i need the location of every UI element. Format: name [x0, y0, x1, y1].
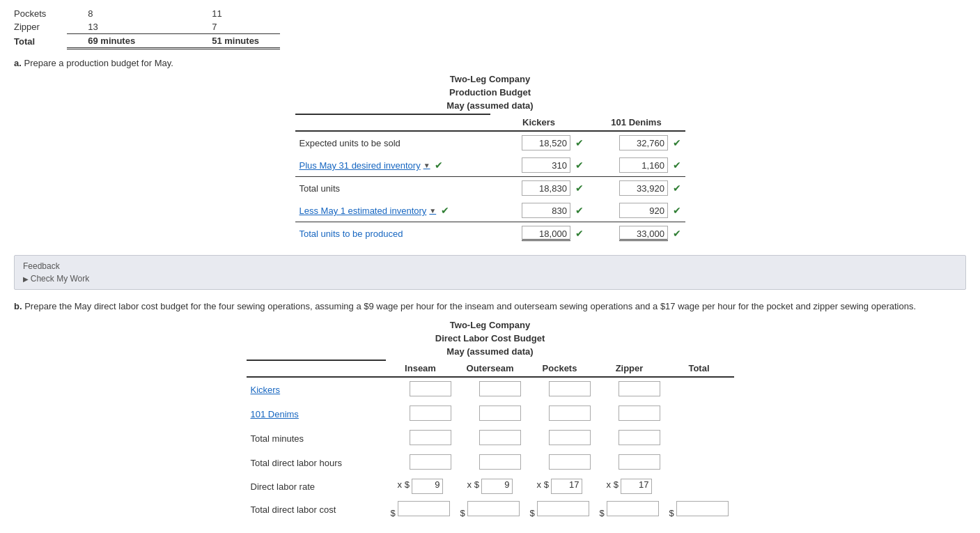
kickers-less-check: ✔: [575, 205, 584, 216]
total-col1: 69 minutes: [67, 34, 156, 49]
col-header-denims: 101 Denims: [588, 114, 685, 131]
zipper-col2: 7: [156, 20, 280, 34]
dlc-row-labor-rate: Direct labor rate x $ 9 x $ 9 x $ 17 x: [247, 475, 734, 497]
total-minutes-zipper-input[interactable]: [619, 430, 660, 445]
section-b: b. Prepare the May direct labor cost bud…: [14, 300, 966, 522]
dlc-labor-rate-pockets: x $ 17: [525, 475, 595, 497]
col-header-empty: [295, 114, 490, 131]
labor-rate-outerseam-input[interactable]: 9: [481, 479, 513, 494]
total-cost-zipper-input[interactable]: [607, 501, 659, 516]
denims-expected-check: ✔: [673, 137, 681, 148]
dlc-col-outerseam: Outerseam: [456, 360, 525, 377]
kickers-zipper-input[interactable]: [619, 381, 660, 396]
denims-produced-cell: 33,000 ✔: [588, 222, 685, 245]
dlc-col-zipper: Zipper: [595, 360, 664, 377]
dlc-total-minutes-label: Total minutes: [247, 426, 386, 451]
dlc-row-denims: 101 Denims: [247, 402, 734, 426]
denims-pockets-input[interactable]: [549, 405, 591, 421]
budget-title: Production Budget: [295, 87, 685, 98]
denims-total-cell: 33,920 ✔: [588, 177, 685, 200]
kickers-total-input[interactable]: 18,830: [522, 180, 570, 196]
total-hours-inseam-input[interactable]: [410, 454, 451, 470]
kickers-inseam-input[interactable]: [410, 381, 451, 396]
total-cost-pockets-input[interactable]: [537, 501, 589, 516]
denims-produced-input[interactable]: 33,000: [619, 226, 668, 241]
dlc-total-minutes-outerseam: [456, 426, 525, 451]
kickers-total-cell: 18,830 ✔: [490, 177, 588, 200]
total-hours-outerseam-input[interactable]: [479, 454, 521, 470]
dlc-col-empty: [247, 360, 386, 377]
kickers-produced-cell: 18,000 ✔: [490, 222, 588, 245]
kickers-expected-cell: 18,520 ✔: [490, 131, 588, 154]
dlc-total-hours-pockets: [525, 451, 595, 475]
denims-total-check: ✔: [673, 183, 681, 194]
total-cost-inseam-input[interactable]: [398, 501, 450, 516]
dropdown-arrow-1: ▼: [423, 162, 430, 169]
denims-outerseam-input[interactable]: [479, 405, 521, 421]
total-hours-zipper-input[interactable]: [619, 454, 660, 470]
row-total-produced: Total units to be produced 18,000 ✔ 33,0…: [295, 222, 685, 245]
pockets-label: Pockets: [14, 7, 67, 20]
denims-total-input[interactable]: 33,920: [619, 180, 668, 196]
denims-zipper-input[interactable]: [619, 405, 660, 421]
dlc-row-kickers: Kickers: [247, 377, 734, 402]
denims-plus-input[interactable]: 1,160: [619, 157, 668, 173]
kickers-produced-input[interactable]: 18,000: [522, 226, 570, 241]
kickers-plus-input[interactable]: 310: [522, 157, 570, 173]
labor-rate-zipper-input[interactable]: 17: [621, 479, 652, 494]
dlc-total-minutes-pockets: [525, 426, 595, 451]
dlc-kickers-total: [664, 377, 734, 402]
labor-rate-inseam-input[interactable]: 9: [412, 479, 443, 494]
section-a: a. Prepare a production budget for May. …: [14, 58, 966, 245]
kickers-plus-cell: 310 ✔: [490, 154, 588, 177]
kickers-outerseam-input[interactable]: [479, 381, 521, 396]
total-cost-outerseam-input[interactable]: [467, 501, 520, 516]
kickers-total-check: ✔: [575, 183, 584, 194]
denims-plus-check: ✔: [673, 160, 681, 171]
kickers-expected-check: ✔: [575, 137, 584, 148]
production-budget: Two-Leg Company Production Budget May (a…: [295, 74, 685, 245]
less-may1-dropdown[interactable]: Less May 1 estimated inventory ▼: [300, 206, 437, 216]
total-hours-pockets-input[interactable]: [549, 454, 591, 470]
denims-less-cell: 920 ✔: [588, 199, 685, 222]
dlc-col-total: Total: [664, 360, 734, 377]
dlc-denims-inseam: [386, 402, 456, 426]
dlc-total-cost-zipper: $: [595, 497, 664, 522]
labor-rate-pockets-input[interactable]: 17: [551, 479, 582, 494]
period-title: May (assumed data): [295, 100, 685, 111]
dlc-col-pockets: Pockets: [525, 360, 595, 377]
denims-less-input[interactable]: 920: [619, 203, 668, 218]
kickers-less-cell: 830 ✔: [490, 199, 588, 222]
total-cost-total-input[interactable]: [676, 501, 729, 516]
feedback-title: Feedback: [23, 261, 957, 271]
plus-may31-label-check: ✔: [435, 160, 443, 171]
total-col2: 51 minutes: [156, 34, 280, 49]
denims-expected-input[interactable]: 32,760: [619, 135, 668, 150]
dlc-total-hours-inseam: [386, 451, 456, 475]
plus-may31-dropdown[interactable]: Plus May 31 desired inventory ▼: [300, 160, 430, 171]
kickers-pockets-input[interactable]: [549, 381, 591, 396]
kickers-less-input[interactable]: 830: [522, 203, 570, 218]
row-label-total-units: Total units: [295, 177, 490, 200]
kickers-expected-input[interactable]: 18,520: [522, 135, 570, 150]
dlc-col-inseam: Inseam: [386, 360, 456, 377]
dlc-period-title: May (assumed data): [247, 346, 734, 357]
total-minutes-pockets-input[interactable]: [549, 430, 591, 445]
dlc-kickers-zipper: [595, 377, 664, 402]
total-minutes-inseam-input[interactable]: [410, 430, 451, 445]
section-a-label: a. Prepare a production budget for May.: [14, 58, 966, 68]
company-title: Two-Leg Company: [295, 74, 685, 84]
check-work-link[interactable]: Check My Work: [23, 274, 957, 284]
dlc-denims-zipper: [595, 402, 664, 426]
dlc-kickers-inseam: [386, 377, 456, 402]
row-plus-may31: Plus May 31 desired inventory ▼ ✔ 310 ✔ …: [295, 154, 685, 177]
total-minutes-outerseam-input[interactable]: [479, 430, 521, 445]
denims-inseam-input[interactable]: [410, 405, 451, 421]
zipper-label: Zipper: [14, 20, 67, 34]
dlc-total-hours-zipper: [595, 451, 664, 475]
denims-expected-cell: 32,760 ✔: [588, 131, 685, 154]
dlc-total-cost-inseam: $: [386, 497, 456, 522]
section-b-label: b. Prepare the May direct labor cost bud…: [14, 300, 966, 313]
row-total-units: Total units 18,830 ✔ 33,920 ✔: [295, 177, 685, 200]
denims-plus-cell: 1,160 ✔: [588, 154, 685, 177]
